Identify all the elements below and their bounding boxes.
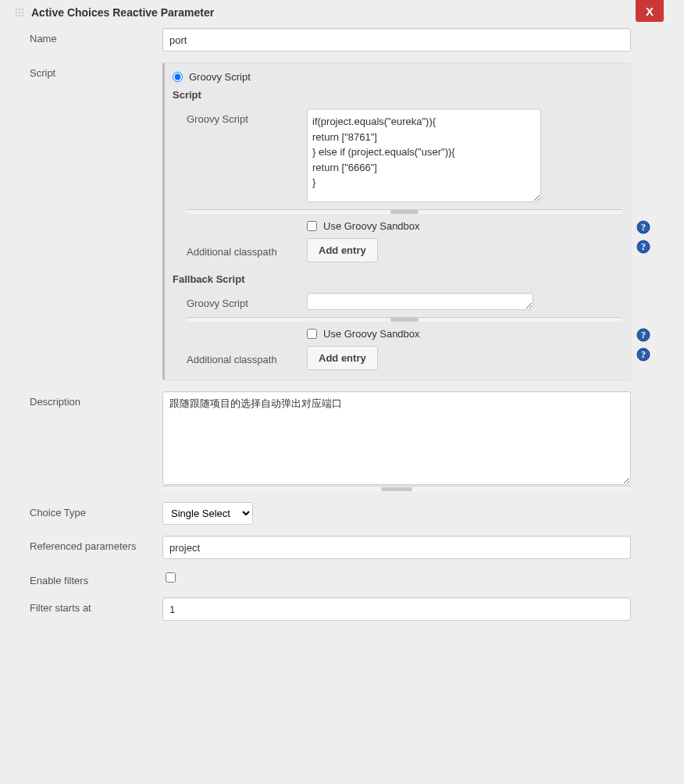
drag-handle-icon[interactable] bbox=[14, 7, 25, 18]
help-icon[interactable]: ? bbox=[636, 220, 650, 234]
additional-classpath-label: Additional classpath bbox=[187, 238, 307, 258]
add-entry-button-1[interactable]: Add entry bbox=[307, 238, 378, 262]
script-panel: Groovy Script Script Groovy Script bbox=[162, 62, 631, 380]
name-label: Name bbox=[14, 28, 162, 45]
fallback-groovy-script-label: Groovy Script bbox=[187, 293, 307, 309]
referenced-parameters-label: Referenced parameters bbox=[14, 536, 162, 552]
close-button[interactable]: X bbox=[636, 0, 664, 22]
svg-text:?: ? bbox=[641, 241, 646, 252]
groovy-script-option-label: Groovy Script bbox=[189, 71, 251, 83]
enable-filters-checkbox[interactable] bbox=[166, 572, 176, 583]
enable-filters-label: Enable filters bbox=[14, 570, 162, 586]
choice-type-select[interactable]: Single SelectMulti SelectRadio ButtonsCh… bbox=[162, 502, 253, 525]
description-label: Description bbox=[14, 391, 162, 408]
resize-handle[interactable] bbox=[187, 317, 622, 322]
script-label: Script bbox=[14, 62, 162, 79]
choice-type-label: Choice Type bbox=[14, 502, 162, 519]
groovy-script-label: Groovy Script bbox=[187, 109, 307, 125]
section-header: Active Choices Reactive Parameter bbox=[14, 6, 670, 19]
help-icon[interactable]: ? bbox=[636, 347, 650, 362]
svg-text:?: ? bbox=[641, 349, 646, 360]
description-textarea[interactable] bbox=[162, 391, 631, 485]
help-icon[interactable]: ? bbox=[636, 328, 650, 342]
use-sandbox-label: Use Groovy Sandbox bbox=[323, 220, 420, 232]
use-sandbox-checkbox-2[interactable] bbox=[307, 329, 317, 339]
resize-handle[interactable] bbox=[162, 486, 631, 491]
svg-text:?: ? bbox=[641, 222, 646, 233]
groovy-script-radio[interactable] bbox=[173, 72, 183, 82]
filter-starts-at-input[interactable] bbox=[162, 597, 631, 621]
groovy-script-textarea[interactable] bbox=[307, 109, 541, 202]
svg-text:?: ? bbox=[641, 330, 646, 340]
use-sandbox-checkbox-1[interactable] bbox=[307, 221, 317, 231]
fallback-script-textarea[interactable] bbox=[307, 293, 533, 310]
help-icon[interactable]: ? bbox=[636, 240, 650, 254]
additional-classpath-label-2: Additional classpath bbox=[187, 346, 307, 365]
add-entry-button-2[interactable]: Add entry bbox=[307, 346, 378, 370]
name-input[interactable] bbox=[162, 28, 631, 52]
fallback-subheader: Fallback Script bbox=[173, 273, 622, 285]
resize-handle[interactable] bbox=[187, 209, 622, 214]
referenced-parameters-input[interactable] bbox=[162, 536, 631, 559]
filter-starts-at-label: Filter starts at bbox=[14, 597, 162, 614]
use-sandbox-label: Use Groovy Sandbox bbox=[323, 328, 420, 340]
script-subheader: Script bbox=[173, 89, 622, 101]
section-title: Active Choices Reactive Parameter bbox=[31, 6, 214, 19]
